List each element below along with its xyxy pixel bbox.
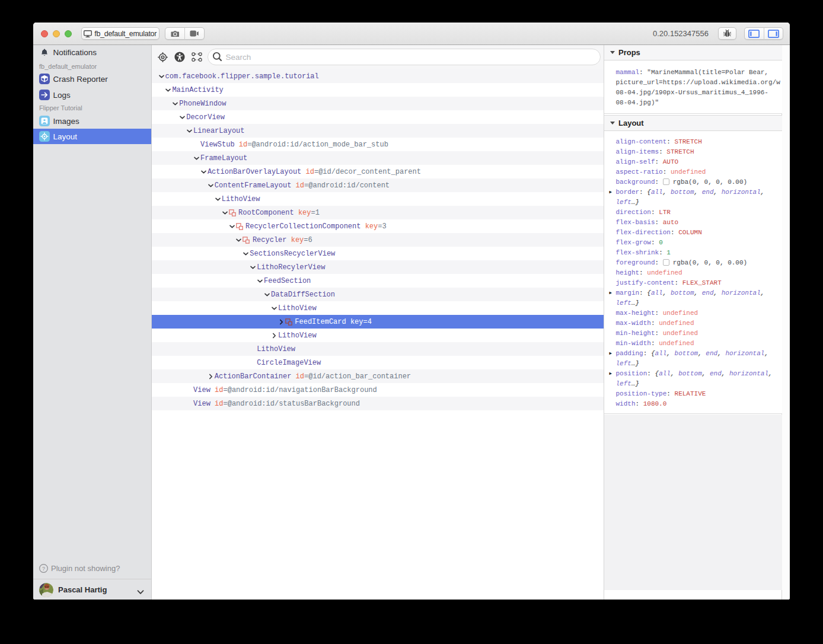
svg-text:?: ? <box>42 566 45 572</box>
